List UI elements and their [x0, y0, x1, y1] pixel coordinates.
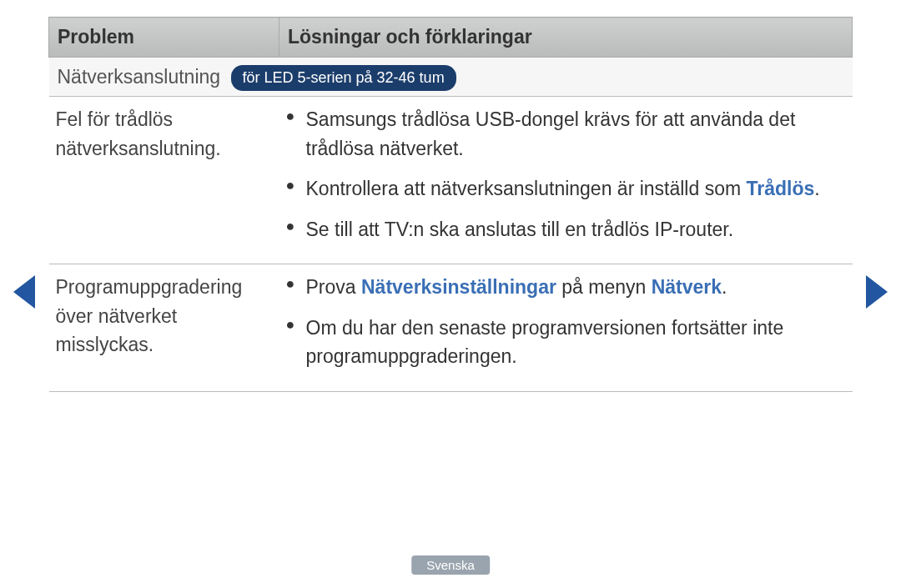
solution-cell: Prova Nätverksinställningar på menyn Nät…	[279, 264, 853, 392]
list-item: Se till att TV:n ska anslutas till en tr…	[286, 215, 846, 244]
section-title: Nätverksanslutning	[58, 66, 221, 88]
list-item: Kontrollera att nätverksanslutningen är …	[286, 174, 846, 204]
language-badge: Svenska	[411, 555, 490, 575]
bullet-text: Om du har den senaste programversionen f…	[306, 317, 784, 368]
svg-marker-0	[13, 275, 35, 309]
nav-next-button[interactable]	[866, 275, 888, 309]
highlight-term: Nätverk	[652, 276, 722, 298]
problem-cell: Programuppgradering över nätverket missl…	[49, 264, 279, 392]
problem-cell: Fel för trådlös nätverksanslutning.	[49, 97, 279, 264]
list-item: Om du har den senaste programversionen f…	[286, 314, 846, 371]
list-item: Samsungs trådlösa USB-dongel krävs för a…	[286, 105, 846, 163]
nav-prev-button[interactable]	[13, 275, 35, 309]
bullet-text: Samsungs trådlösa USB-dongel krävs för a…	[306, 108, 796, 159]
bullet-text: Prova	[306, 276, 361, 298]
highlight-term: Trådlös	[747, 178, 815, 199]
header-problem: Problem	[49, 18, 279, 58]
bullet-text: .	[722, 276, 727, 298]
bullet-text: på menyn	[556, 276, 652, 298]
bullet-text: .	[814, 178, 819, 199]
bullet-text: Kontrollera att nätverksanslutningen är …	[306, 178, 747, 199]
bullet-text: Se till att TV:n ska anslutas till en tr…	[306, 219, 734, 240]
troubleshooting-table: Problem Lösningar och förklaringar Nätve…	[48, 17, 853, 392]
svg-marker-1	[866, 275, 888, 309]
solution-cell: Samsungs trådlösa USB-dongel krävs för a…	[279, 97, 853, 264]
header-solution: Lösningar och förklaringar	[279, 18, 853, 58]
section-row: Nätverksanslutning för LED 5-serien på 3…	[49, 57, 853, 97]
highlight-term: Nätverksinställningar	[361, 276, 556, 298]
list-item: Prova Nätverksinställningar på menyn Nät…	[286, 273, 846, 302]
table-row: Fel för trådlös nätverksanslutning. Sams…	[49, 97, 853, 264]
table-row: Programuppgradering över nätverket missl…	[49, 264, 853, 392]
section-badge: för LED 5-serien på 32-46 tum	[231, 65, 456, 91]
